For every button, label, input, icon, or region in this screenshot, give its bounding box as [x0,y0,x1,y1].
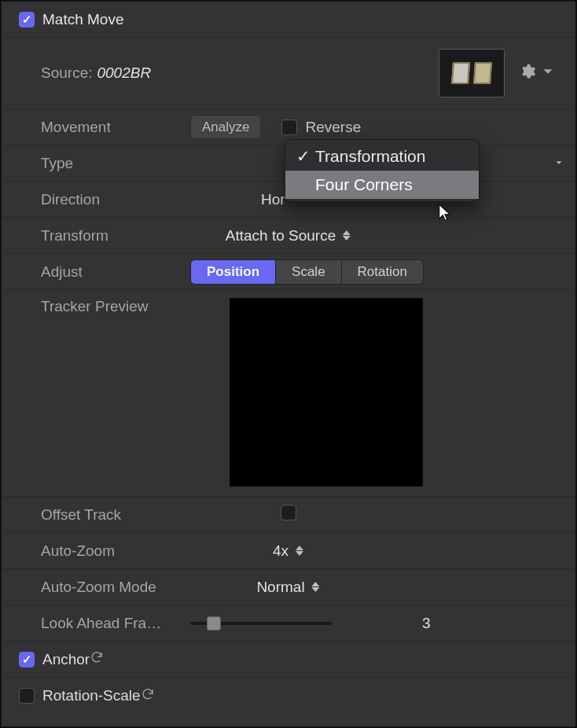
reverse-checkbox[interactable] [281,119,297,135]
offset-track-row: Offset Track [2,497,575,533]
adjust-position-button[interactable]: Position [191,260,276,284]
transform-value-dropdown[interactable]: Attach to Source [226,227,351,245]
source-label: Source: [41,64,92,82]
reset-rotation-scale-button[interactable] [141,688,155,704]
option-label: Four Corners [315,175,413,194]
reverse-option: Reverse [281,119,361,136]
auto-zoom-mode-row: Auto-Zoom Mode Normal [2,569,575,605]
slider-knob[interactable] [207,616,221,631]
enable-match-move-checkbox[interactable]: ✓ [19,12,35,28]
transform-label: Transform [41,227,190,245]
look-ahead-slider[interactable] [190,622,332,625]
transform-row: Transform Attach to Source [2,218,575,254]
picture-frame-icon [473,62,492,84]
source-row: Source: 0002BR [2,38,575,109]
type-dropdown-open[interactable] [553,155,564,172]
adjust-scale-button[interactable]: Scale [276,260,342,284]
type-dropdown-menu: ✓ Transformation Four Corners [285,139,480,202]
checkmark-icon: ✓ [295,147,312,166]
rotation-scale-checkbox[interactable] [19,688,35,704]
auto-zoom-mode-value: Normal [256,579,304,596]
auto-zoom-row: Auto-Zoom 4x [2,533,575,569]
type-label: Type [41,155,190,172]
tracker-preview-row: Tracker Preview [2,290,575,497]
rotation-scale-row: Rotation-Scale [2,678,575,714]
stepper-icon [295,544,304,558]
auto-zoom-label: Auto-Zoom [41,542,190,560]
type-option-four-corners[interactable]: Four Corners [285,171,479,199]
adjust-row: Adjust Position Scale Rotation [2,254,575,290]
direction-label: Direction [41,191,190,208]
auto-zoom-value: 4x [273,542,288,560]
inspector-header: ✓ Match Move [2,2,575,38]
look-ahead-value[interactable]: 3 [422,615,431,632]
direction-value[interactable]: Hor [261,191,285,208]
option-label: Transformation [315,147,425,166]
auto-zoom-dropdown[interactable]: 4x [273,542,304,560]
reset-anchor-button[interactable] [90,651,104,667]
auto-zoom-mode-dropdown[interactable]: Normal [256,579,320,596]
adjust-segmented: Position Scale Rotation [190,259,424,285]
source-settings-menu[interactable] [519,63,557,84]
anchor-label: Anchor [42,651,90,668]
gear-icon [519,63,536,84]
type-row: Type ✓ Transformation Four Corners [2,145,575,182]
tracker-preview-canvas[interactable] [230,298,423,487]
reverse-label: Reverse [305,119,361,136]
look-ahead-row: Look Ahead Fra… 3 [2,605,575,642]
look-ahead-label: Look Ahead Fra… [41,615,190,632]
adjust-rotation-button[interactable]: Rotation [342,260,423,284]
inspector-title: Match Move [42,11,123,28]
source-thumbnail[interactable] [439,49,505,97]
movement-label: Movement [41,119,190,136]
offset-track-label: Offset Track [41,506,190,524]
anchor-row: ✓ Anchor [2,642,575,678]
stepper-icon [342,229,351,243]
chevron-down-icon [539,63,557,84]
anchor-checkbox[interactable]: ✓ [19,652,35,667]
analyze-button[interactable]: Analyze [190,116,261,139]
auto-zoom-mode-label: Auto-Zoom Mode [41,579,190,596]
type-option-transformation[interactable]: ✓ Transformation [285,142,479,171]
adjust-label: Adjust [41,263,190,281]
transform-value: Attach to Source [226,227,336,245]
tracker-preview-label: Tracker Preview [41,298,190,315]
picture-frame-icon [451,62,470,84]
rotation-scale-label: Rotation-Scale [42,687,141,704]
offset-track-checkbox[interactable] [281,505,296,520]
stepper-icon [311,580,321,594]
source-value: 0002BR [97,64,151,82]
